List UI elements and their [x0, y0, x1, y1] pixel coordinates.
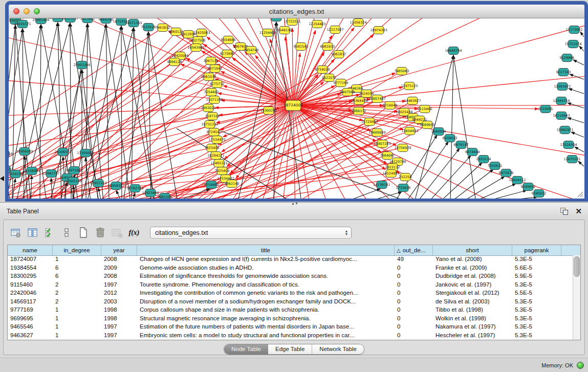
node-label: 18731212	[201, 122, 218, 126]
table-cell: Stergiakouli et al. (2012)	[433, 289, 512, 298]
close-window-button[interactable]	[13, 8, 19, 14]
table-row[interactable]: 969969511998Structural magnetic resonanc…	[8, 315, 573, 323]
table-settings-button[interactable]	[9, 226, 23, 240]
table-cell: Nakamura et al. (1997)	[433, 323, 512, 332]
node-label: 17359929	[77, 151, 94, 155]
node-label: 8471676	[499, 171, 514, 175]
select-columns-button[interactable]	[26, 226, 40, 240]
new-table-button[interactable]	[76, 226, 91, 240]
node-label: 10807487	[368, 97, 385, 101]
node-label: 7625404	[205, 146, 220, 150]
table-cell: 1997	[101, 281, 137, 290]
node-label: 3067134	[204, 59, 219, 63]
node-label: 18807243	[374, 142, 390, 146]
tab-node-table[interactable]: Node Table	[224, 344, 268, 354]
table-cell: Tibbo et al. (1998)	[433, 306, 512, 315]
node-label: 1640954	[431, 129, 446, 134]
node-label: 15992971	[556, 128, 573, 132]
table-row[interactable]: 1872400712008Changes of HCN gene express…	[8, 255, 573, 264]
table-cell: 0	[395, 264, 433, 273]
column-header-label: year	[113, 247, 124, 253]
network-canvas[interactable]: 1850054124035571259914062068129610653287…	[9, 18, 584, 199]
tab-edge-table[interactable]: Edge Table	[268, 344, 312, 354]
memory-status-indicator[interactable]	[577, 362, 584, 369]
node-label: 3624554	[359, 92, 374, 96]
node-label: 7515526	[141, 25, 156, 29]
column-header-title[interactable]: title	[137, 245, 395, 255]
table-row[interactable]: 1830029562008Estimation of significance …	[8, 272, 573, 281]
table-row[interactable]: 911546021997Tourette syndrome. Phenomeno…	[8, 281, 573, 290]
minimize-window-button[interactable]	[24, 8, 30, 14]
column-mapping-button[interactable]	[59, 226, 74, 240]
scrollbar-thumb[interactable]	[574, 256, 580, 277]
table-cell: 1997	[101, 332, 137, 340]
table-row[interactable]: 2242004622012Investigating the contribut…	[8, 289, 573, 298]
select-rows-button[interactable]	[42, 226, 57, 240]
node-label: 7832621	[488, 164, 503, 168]
table-cell: 0	[395, 315, 433, 323]
table-cell: Tourette syndrome. Phenomenology and cla…	[137, 281, 395, 290]
zoom-window-button[interactable]	[34, 8, 40, 14]
table-cell: Franke et al. (2009)	[433, 264, 512, 273]
node-label: 9862140	[225, 182, 239, 186]
node-label: 7485063	[395, 69, 409, 73]
table-cell: Yano et al. (2008)	[433, 255, 512, 264]
table-cell: 0	[395, 306, 433, 315]
column-header-in_degree[interactable]: in_degree	[53, 245, 101, 255]
table-cell: 2	[53, 289, 101, 298]
status-bar: Memory: OK	[0, 358, 588, 372]
node-label: 20364436	[351, 99, 367, 103]
node-label: 9716485	[204, 183, 219, 187]
tab-network-table[interactable]: Network Table	[312, 344, 364, 354]
node-label: 11173001	[565, 28, 582, 32]
table-selector-dropdown[interactable]: citations_edges.txt ▲▼	[150, 227, 352, 239]
column-header-name[interactable]: name	[8, 245, 53, 255]
table-row[interactable]: 946554611997Estimation of the future num…	[8, 323, 573, 332]
table-cell: 1	[53, 255, 101, 264]
table-cell: 0	[395, 289, 433, 298]
node-label: 14071355	[125, 21, 142, 25]
table-cell: 1997	[101, 323, 137, 332]
table-cell: 5.5E-5	[512, 289, 561, 298]
table-panel-body: f(x) citations_edges.txt ▲▼ namein_degre…	[3, 220, 585, 355]
table-row[interactable]: 1938455462009Genome-wide association stu…	[8, 264, 573, 273]
table-cell: 6	[53, 272, 101, 281]
close-panel-icon[interactable]: ✕	[575, 208, 582, 215]
node-label: 2871841	[208, 67, 223, 71]
node-label: 24035571	[14, 22, 31, 26]
delete-table-button[interactable]	[93, 226, 107, 240]
node-label: 10688609	[368, 130, 385, 135]
column-header-short[interactable]: short	[433, 245, 512, 255]
float-panel-icon[interactable]	[560, 208, 568, 215]
node-label: 13958107	[107, 184, 124, 188]
table-row[interactable]: 946362711997Embryonic stem cells: a mode…	[8, 332, 573, 340]
column-header-out_de[interactable]: △out_de...	[395, 245, 433, 255]
node-label: 6497568	[340, 90, 355, 94]
node-label: 14524851	[382, 171, 399, 176]
node-label: 12217087	[326, 28, 343, 32]
node-label: 19756928	[394, 146, 411, 150]
node-label: 4275712	[210, 82, 225, 86]
table-cell: Corpus callosum shape and size in male p…	[137, 306, 395, 315]
table-cell: 5.3E-5	[512, 255, 561, 264]
node-label: 9439154	[9, 172, 23, 176]
node-label: 9660160	[99, 18, 114, 21]
table-row[interactable]: 1456911722003Disruption of a novel membe…	[8, 298, 573, 307]
table-cell: 1998	[101, 315, 137, 323]
column-header-year[interactable]: year	[101, 245, 137, 255]
node-label: 17957223	[90, 181, 106, 185]
resize-grip-icon[interactable]	[576, 190, 583, 198]
panel-collapse-arrow-icon[interactable]	[0, 176, 4, 181]
dropdown-stepper-icon: ▲▼	[342, 230, 351, 236]
node-label: 12254403	[309, 22, 325, 26]
table-cell: 5.3E-5	[512, 323, 561, 332]
function-builder-button[interactable]: f(x)	[127, 226, 141, 240]
table-cell: 5.3E-5	[512, 281, 561, 290]
network-window-titlebar[interactable]: citations_edges.txt	[9, 5, 584, 18]
splitter-handle[interactable]: ▲▼	[291, 202, 296, 205]
node-label: 9227343	[556, 70, 571, 74]
node-label: 16648784	[445, 49, 462, 53]
column-header-pagerank[interactable]: pagerank	[512, 245, 561, 255]
table-vertical-scrollbar[interactable]	[573, 255, 580, 340]
table-row[interactable]: 977716911998Corpus callosum shape and si…	[8, 306, 573, 315]
